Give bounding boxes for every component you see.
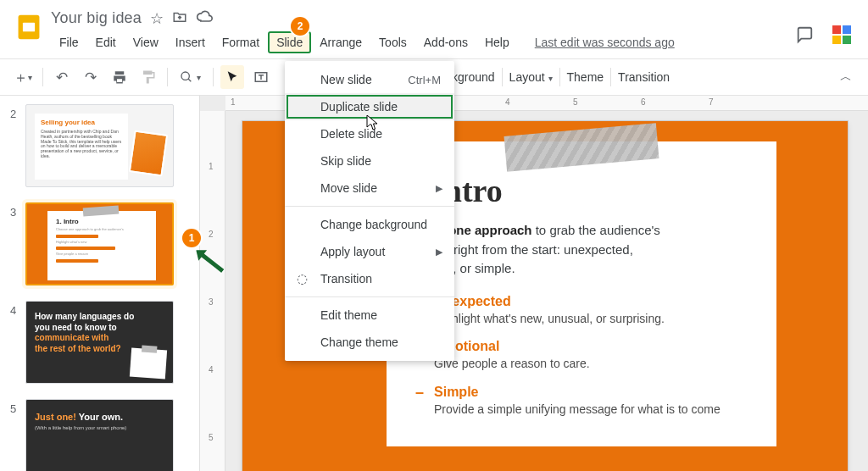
transition-icon: ◌ [297, 271, 308, 286]
select-tool[interactable] [220, 65, 244, 89]
svg-rect-3 [832, 25, 841, 34]
last-edit-link[interactable]: Last edit was seconds ago [535, 36, 675, 49]
undo-button[interactable]: ↶ [50, 65, 74, 89]
vertical-ruler: 1 2 3 4 5 [200, 111, 225, 471]
svg-point-7 [181, 72, 189, 80]
thumb-title: Selling your idea [41, 119, 122, 126]
book-graphic [129, 130, 169, 176]
menu-edit-theme[interactable]: Edit theme [285, 302, 454, 329]
slide-intro-text[interactable]: oose one approach to grab the audience's… [415, 221, 748, 279]
svg-rect-5 [832, 36, 841, 44]
thumb-body: Created in partnership with Chip and Dan… [41, 130, 122, 159]
menu-arrange[interactable]: Arrange [311, 31, 370, 53]
bullet-title: Simple [434, 385, 721, 400]
tape-graphic [504, 123, 659, 172]
slides-logo[interactable] [12, 10, 46, 44]
menu-slide[interactable]: Slide [268, 31, 311, 53]
slide-number: 4 [10, 301, 25, 317]
submenu-icon: ▶ [436, 183, 442, 194]
submenu-icon: ▶ [436, 247, 442, 258]
bullet-icon: – [415, 385, 424, 400]
slide-number: 3 [10, 202, 25, 219]
svg-rect-6 [843, 36, 851, 44]
menu-change-theme[interactable]: Change theme [285, 329, 454, 356]
slide-thumb-4[interactable]: 4 How many languages do you need to know… [10, 301, 192, 384]
menu-apply-layout[interactable]: Apply layout ▶ [285, 238, 454, 265]
new-slide-button[interactable]: ＋▾ [10, 65, 36, 89]
slide-thumb-2[interactable]: 2 Selling your idea Created in partnersh… [10, 104, 192, 187]
menu-view[interactable]: View [125, 31, 167, 53]
svg-rect-1 [23, 23, 35, 32]
theme-button[interactable]: Theme [562, 70, 609, 84]
menu-new-slide[interactable]: New slide Ctrl+M [285, 66, 454, 93]
menu-insert[interactable]: Insert [167, 31, 214, 53]
document-title[interactable]: Your big idea [51, 9, 142, 27]
tape-graphic [83, 206, 120, 217]
menu-transition[interactable]: ◌ Transition [285, 265, 454, 292]
menu-help[interactable]: Help [476, 31, 518, 53]
sticky-note-graphic [130, 348, 167, 380]
print-button[interactable] [108, 65, 131, 89]
bullet-title: Unexpected [434, 294, 665, 309]
menu-change-background[interactable]: Change background [285, 211, 454, 238]
comments-icon[interactable] [795, 25, 814, 47]
menu-format[interactable]: Format [214, 31, 268, 53]
svg-rect-4 [843, 25, 851, 34]
menu-tools[interactable]: Tools [370, 31, 415, 53]
thumb-subtitle: (With a little help from your smart phon… [35, 425, 164, 431]
menu-bar: File Edit View Insert Format Slide Arran… [51, 31, 856, 58]
slide-heading[interactable]: . Intro [415, 172, 748, 209]
annotation-badge-1: 1 [182, 229, 201, 247]
shortcut-label: Ctrl+M [408, 74, 441, 86]
bullet-emotional[interactable]: – Emotional Give people a reason to care… [415, 339, 748, 373]
menu-skip-slide[interactable]: Skip slide [285, 147, 454, 175]
account-avatar[interactable] [831, 24, 853, 48]
menu-edit[interactable]: Edit [87, 31, 125, 53]
bullet-title: Emotional [434, 339, 590, 354]
move-to-folder-icon[interactable] [172, 9, 187, 27]
thumb-title: Just one! Your own. [35, 412, 164, 423]
collapse-toolbar-button[interactable]: ︿ [834, 65, 858, 89]
annotation-badge-2: 2 [291, 17, 309, 36]
bullet-desc: Give people a reason to care. [434, 356, 590, 373]
zoom-dropdown[interactable]: ▾ [175, 65, 206, 89]
bullet-unexpected[interactable]: – Unexpected Highlight what's new, unusu… [415, 294, 748, 328]
slide-menu-dropdown: New slide Ctrl+M Duplicate slide Delete … [285, 61, 454, 361]
paint-format-button[interactable] [136, 65, 160, 89]
slide-number: 2 [10, 104, 25, 120]
transition-button[interactable]: Transition [613, 70, 675, 84]
menu-file[interactable]: File [51, 31, 87, 53]
star-icon[interactable]: ☆ [150, 11, 164, 26]
cloud-status-icon[interactable] [196, 8, 213, 28]
slide-number: 5 [10, 399, 25, 415]
bullet-desc: Highlight what's new, unusual, or surpri… [434, 311, 665, 328]
cursor-icon [366, 115, 380, 136]
layout-dropdown[interactable]: Layout ▾ [504, 70, 558, 84]
bullet-desc: Provide a simple unifying message for wh… [434, 402, 721, 418]
slide-thumb-5[interactable]: 5 Just one! Your own. (With a little hel… [10, 399, 192, 471]
thumb-title: 1. Intro [56, 218, 147, 225]
bullet-simple[interactable]: – Simple Provide a simple unifying messa… [415, 385, 748, 418]
menu-move-slide[interactable]: Move slide ▶ [285, 175, 454, 202]
textbox-tool[interactable] [249, 65, 273, 89]
slide-filmstrip[interactable]: 2 Selling your idea Created in partnersh… [0, 96, 200, 471]
redo-button[interactable]: ↷ [79, 65, 103, 89]
slide-thumb-3[interactable]: 3 1. Intro Choose one approach to grab t… [10, 202, 192, 285]
menu-addons[interactable]: Add-ons [415, 31, 476, 53]
